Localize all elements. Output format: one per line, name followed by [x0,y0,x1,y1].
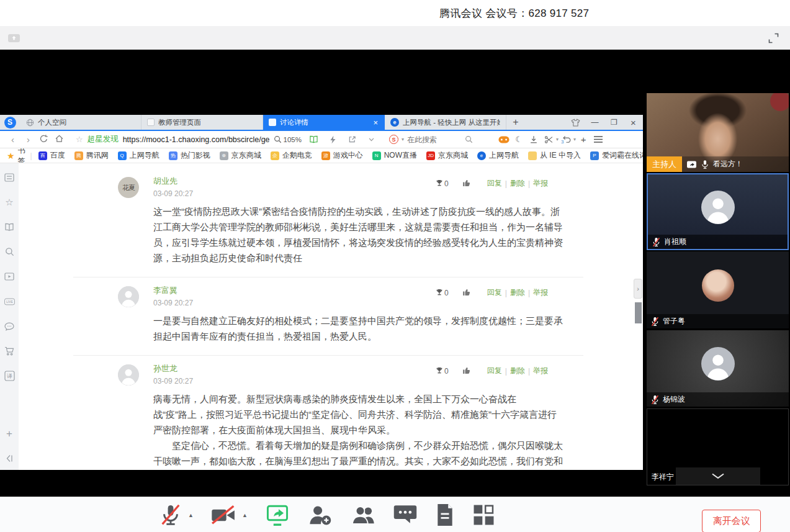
mic-options-caret[interactable]: ▲ [188,512,194,518]
address-bar[interactable]: ☆ 超星发现 https://mooc1-1.chaoxing.com/bbsc… [72,133,382,147]
favorites-star-icon[interactable]: ☆ [4,197,15,207]
live-icon[interactable]: LIVE [4,296,15,307]
home-button[interactable] [52,134,67,145]
chat-button[interactable] [393,503,418,526]
tab-personal-space[interactable]: 个人空间 [20,115,141,130]
back-button[interactable]: ‹ [5,134,20,145]
close-icon[interactable]: × [624,115,643,130]
collapse-videos-button[interactable] [676,467,760,485]
mic-muted-icon[interactable] [159,502,182,528]
bookmark-now-live[interactable]: NNOW直播 [372,150,417,161]
like-button[interactable] [462,288,471,298]
award-button[interactable]: 0 [436,367,449,376]
participant-tile[interactable]: 杨锦波 [647,330,789,407]
reading-book-icon[interactable] [4,222,15,232]
bookmark-ie-import[interactable]: 从 IE 中导入 [528,150,581,161]
reply-link[interactable]: 回复 [487,287,502,298]
collapse-sidebar-icon[interactable] [4,453,15,464]
add-toolbar-icon[interactable]: + [576,134,591,145]
forum-post: 0 回复| 删除| 举报 [73,277,583,356]
night-mode-icon[interactable]: ☾ [511,135,526,144]
bookmark-penguin-esports[interactable]: 企企鹅电竞 [271,150,312,161]
chat-side-icon[interactable] [4,321,15,331]
participant-tile[interactable]: 肖祖顺 [647,173,789,250]
bookmark-iciba[interactable]: P爱词霸在线词典 [590,150,643,161]
search-engine-caret-icon[interactable]: ▾ [402,137,404,142]
tab-navigation[interactable]: e 上网导航 - 轻快上网 从这里开始 [385,115,506,130]
browser-logo-icon[interactable]: S [0,115,20,130]
zoom-control[interactable]: 105% [274,135,302,143]
mic-on-icon [701,160,709,169]
reading-mode-icon[interactable] [306,135,321,143]
download-icon[interactable] [526,135,541,144]
cart-icon[interactable] [4,346,15,356]
video-panel-icon[interactable] [4,271,15,282]
add-sidebar-icon[interactable]: + [4,428,15,439]
restore-tabs-icon[interactable]: 3 [559,135,573,143]
bookmark-baidu[interactable]: 百百度 [38,150,65,161]
invite-button[interactable] [307,503,333,528]
forward-button[interactable]: › [20,134,36,145]
search-box[interactable]: S ▾ [386,133,490,146]
leave-meeting-button[interactable]: 离开会议 [702,510,761,532]
chevron-down-icon[interactable] [364,138,379,142]
refresh-button[interactable] [36,134,52,145]
mic-muted-icon [652,237,660,247]
screenshot-scissors-icon[interactable] [541,135,556,144]
bookmark-navigation[interactable]: Q上网导航 [118,150,159,161]
maximize-icon[interactable]: ❐ [604,115,624,130]
bookmark-movies[interactable]: 热热门影视 [169,150,210,161]
tab-discussion-detail[interactable]: 讨论详情 × [263,115,385,130]
docs-button[interactable] [434,503,456,527]
participant-name: 管子粤 [663,316,685,327]
bookmark-tencent[interactable]: 腾腾讯网 [74,150,109,161]
share-screen-button[interactable] [264,503,290,528]
fullscreen-icon[interactable] [768,32,779,44]
award-button[interactable]: 0 [436,289,449,297]
bookmark-jd-mall[interactable]: ⊕京东商城 [220,150,261,161]
report-link[interactable]: 举报 [533,287,548,298]
url-text[interactable]: https://mooc1-1.chaoxing.com/bbscircle/g… [123,135,269,144]
delete-link[interactable]: 删除 [510,178,525,189]
camera-off-icon[interactable] [210,504,236,526]
bookmark-navigation-e[interactable]: e上网导航 [477,150,519,161]
share-page-icon[interactable] [344,135,359,143]
search-side-icon[interactable] [4,246,15,257]
feed-icon[interactable] [4,172,15,183]
award-button[interactable]: 0 [436,179,449,188]
bookmarks-label[interactable]: 书签 [18,148,25,163]
translate-icon[interactable]: 译 [4,371,15,381]
favorite-star-icon[interactable]: ☆ [76,135,83,144]
scrollbar-thumb[interactable] [635,302,642,323]
site-verified-label[interactable]: 超星发现 [88,134,119,145]
skin-icon[interactable] [566,115,585,130]
like-button[interactable] [462,366,471,376]
report-link[interactable]: 举报 [533,366,548,376]
delete-link[interactable]: 删除 [510,366,525,376]
flash-icon[interactable] [325,135,340,144]
participants-button[interactable] [350,503,376,528]
menu-icon[interactable] [591,136,606,143]
search-input[interactable] [407,135,462,144]
tab-title: 教师管理页面 [158,118,257,127]
new-tab-button[interactable]: + [506,115,525,130]
report-link[interactable]: 举报 [533,178,548,189]
participant-tile[interactable]: 李祥宁 [647,408,789,485]
delete-link[interactable]: 删除 [510,287,525,298]
search-icon[interactable] [465,135,473,143]
reply-link[interactable]: 回复 [487,366,502,376]
tab-close-icon[interactable]: × [372,118,379,127]
panel-expander-button[interactable]: › [634,279,642,299]
game-center-icon[interactable] [496,136,511,143]
minimize-icon[interactable]: — [585,115,604,130]
tab-teacher-admin[interactable]: 教师管理页面 [141,115,263,130]
host-video-tile[interactable]: 主持人 看远方！ [647,93,789,172]
reply-link[interactable]: 回复 [487,178,502,189]
bookmark-game-center[interactable]: 游游戏中心 [321,150,363,161]
layout-button[interactable] [472,503,495,526]
participant-tile[interactable]: 管子粤 [647,251,789,328]
bookmark-jd[interactable]: JD京东商城 [426,150,468,161]
camera-options-caret[interactable]: ▲ [242,512,248,518]
thumbs-up-icon [462,179,471,187]
like-button[interactable] [462,179,471,189]
